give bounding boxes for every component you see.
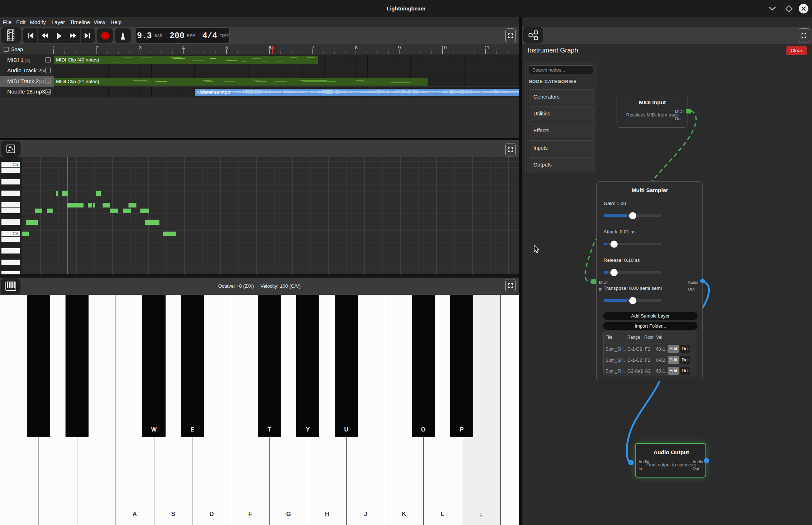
- svg-text:4: 4: [182, 45, 185, 50]
- svg-text:3: 3: [139, 45, 142, 50]
- svg-text:1: 1: [53, 45, 55, 50]
- svg-text:8: 8: [355, 45, 358, 50]
- svg-text:5: 5: [225, 45, 228, 50]
- svg-text:7: 7: [312, 45, 315, 50]
- svg-text:2: 2: [96, 45, 99, 50]
- svg-text:10: 10: [441, 45, 447, 50]
- svg-text:11: 11: [484, 45, 490, 50]
- svg-text:6: 6: [269, 45, 271, 50]
- svg-text:9: 9: [398, 45, 401, 50]
